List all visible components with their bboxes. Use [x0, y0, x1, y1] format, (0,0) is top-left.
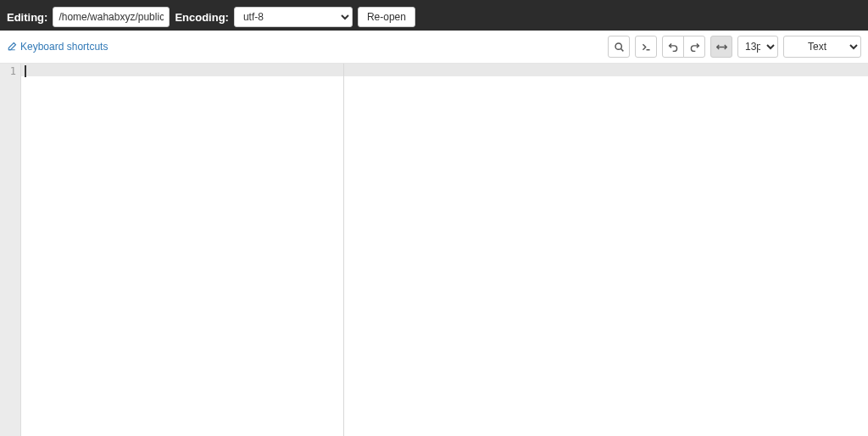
search-button[interactable]: [608, 36, 630, 58]
undo-redo-group: [662, 36, 705, 58]
encoding-select[interactable]: utf-8: [234, 7, 353, 27]
wrap-icon: [716, 42, 727, 53]
line-number-gutter: 1: [0, 64, 21, 436]
svg-point-0: [615, 43, 621, 49]
encoding-label: Encoding:: [175, 11, 229, 24]
header-bar: Editing: Encoding: utf-8 Re-open: [0, 3, 868, 31]
keyboard-shortcuts-label: Keyboard shortcuts: [20, 41, 108, 53]
text-cursor: [25, 65, 26, 77]
terminal-icon: [641, 42, 652, 53]
redo-icon: [689, 42, 700, 53]
terminal-button[interactable]: [635, 36, 657, 58]
line-number: 1: [0, 65, 16, 78]
editor-area[interactable]: 1: [0, 64, 868, 436]
edit-icon: [7, 42, 17, 52]
reopen-button[interactable]: Re-open: [358, 7, 415, 27]
sub-header: Keyboard shortcuts: [0, 31, 868, 64]
font-size-select[interactable]: 13px: [737, 36, 778, 58]
editing-label: Editing:: [7, 11, 47, 24]
print-margin-ruler: [343, 64, 344, 436]
undo-icon: [668, 42, 679, 53]
file-path-input[interactable]: [53, 7, 170, 27]
language-select[interactable]: Text: [783, 36, 861, 58]
wrap-button[interactable]: [710, 36, 732, 58]
search-icon: [614, 42, 625, 53]
redo-button[interactable]: [683, 36, 705, 58]
keyboard-shortcuts-link[interactable]: Keyboard shortcuts: [7, 41, 108, 53]
undo-button[interactable]: [662, 36, 684, 58]
code-content-pane[interactable]: [21, 64, 868, 436]
svg-line-1: [620, 48, 623, 51]
